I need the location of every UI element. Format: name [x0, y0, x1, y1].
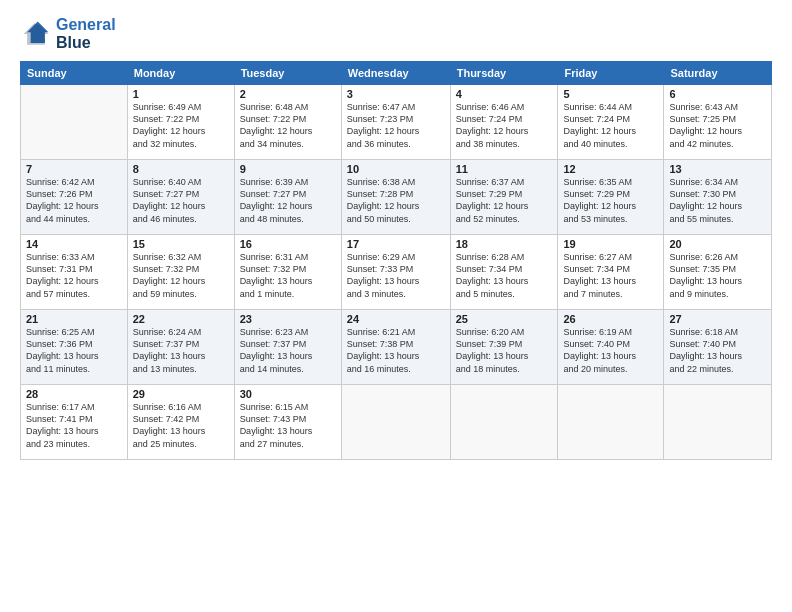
calendar-cell: 21Sunrise: 6:25 AM Sunset: 7:36 PM Dayli… [21, 310, 128, 385]
calendar-cell: 22Sunrise: 6:24 AM Sunset: 7:37 PM Dayli… [127, 310, 234, 385]
day-info: Sunrise: 6:24 AM Sunset: 7:37 PM Dayligh… [133, 326, 229, 375]
day-info: Sunrise: 6:35 AM Sunset: 7:29 PM Dayligh… [563, 176, 658, 225]
calendar-cell: 7Sunrise: 6:42 AM Sunset: 7:26 PM Daylig… [21, 160, 128, 235]
day-number: 28 [26, 388, 122, 400]
day-info: Sunrise: 6:19 AM Sunset: 7:40 PM Dayligh… [563, 326, 658, 375]
calendar-cell: 17Sunrise: 6:29 AM Sunset: 7:33 PM Dayli… [341, 235, 450, 310]
calendar-cell: 10Sunrise: 6:38 AM Sunset: 7:28 PM Dayli… [341, 160, 450, 235]
week-row-3: 14Sunrise: 6:33 AM Sunset: 7:31 PM Dayli… [21, 235, 772, 310]
day-info: Sunrise: 6:15 AM Sunset: 7:43 PM Dayligh… [240, 401, 336, 450]
day-info: Sunrise: 6:46 AM Sunset: 7:24 PM Dayligh… [456, 101, 553, 150]
calendar-cell: 29Sunrise: 6:16 AM Sunset: 7:42 PM Dayli… [127, 385, 234, 460]
calendar-cell: 5Sunrise: 6:44 AM Sunset: 7:24 PM Daylig… [558, 85, 664, 160]
calendar-cell: 23Sunrise: 6:23 AM Sunset: 7:37 PM Dayli… [234, 310, 341, 385]
day-info: Sunrise: 6:48 AM Sunset: 7:22 PM Dayligh… [240, 101, 336, 150]
day-number: 7 [26, 163, 122, 175]
day-number: 15 [133, 238, 229, 250]
day-info: Sunrise: 6:31 AM Sunset: 7:32 PM Dayligh… [240, 251, 336, 300]
column-header-tuesday: Tuesday [234, 62, 341, 85]
day-info: Sunrise: 6:25 AM Sunset: 7:36 PM Dayligh… [26, 326, 122, 375]
week-row-1: 1Sunrise: 6:49 AM Sunset: 7:22 PM Daylig… [21, 85, 772, 160]
calendar-cell: 6Sunrise: 6:43 AM Sunset: 7:25 PM Daylig… [664, 85, 772, 160]
day-number: 18 [456, 238, 553, 250]
calendar-cell: 26Sunrise: 6:19 AM Sunset: 7:40 PM Dayli… [558, 310, 664, 385]
day-info: Sunrise: 6:42 AM Sunset: 7:26 PM Dayligh… [26, 176, 122, 225]
logo-text: General Blue [56, 16, 116, 51]
week-row-2: 7Sunrise: 6:42 AM Sunset: 7:26 PM Daylig… [21, 160, 772, 235]
page: General Blue SundayMondayTuesdayWednesda… [0, 0, 792, 612]
column-header-sunday: Sunday [21, 62, 128, 85]
day-info: Sunrise: 6:38 AM Sunset: 7:28 PM Dayligh… [347, 176, 445, 225]
day-number: 8 [133, 163, 229, 175]
day-number: 11 [456, 163, 553, 175]
day-number: 6 [669, 88, 766, 100]
calendar-cell: 13Sunrise: 6:34 AM Sunset: 7:30 PM Dayli… [664, 160, 772, 235]
day-number: 20 [669, 238, 766, 250]
calendar-cell: 12Sunrise: 6:35 AM Sunset: 7:29 PM Dayli… [558, 160, 664, 235]
day-info: Sunrise: 6:17 AM Sunset: 7:41 PM Dayligh… [26, 401, 122, 450]
column-header-wednesday: Wednesday [341, 62, 450, 85]
day-number: 25 [456, 313, 553, 325]
day-number: 30 [240, 388, 336, 400]
calendar-cell: 14Sunrise: 6:33 AM Sunset: 7:31 PM Dayli… [21, 235, 128, 310]
logo-icon [20, 18, 52, 50]
day-number: 22 [133, 313, 229, 325]
calendar-cell: 15Sunrise: 6:32 AM Sunset: 7:32 PM Dayli… [127, 235, 234, 310]
calendar-cell: 24Sunrise: 6:21 AM Sunset: 7:38 PM Dayli… [341, 310, 450, 385]
day-info: Sunrise: 6:34 AM Sunset: 7:30 PM Dayligh… [669, 176, 766, 225]
day-number: 1 [133, 88, 229, 100]
day-info: Sunrise: 6:27 AM Sunset: 7:34 PM Dayligh… [563, 251, 658, 300]
day-info: Sunrise: 6:49 AM Sunset: 7:22 PM Dayligh… [133, 101, 229, 150]
day-number: 12 [563, 163, 658, 175]
day-number: 5 [563, 88, 658, 100]
day-number: 14 [26, 238, 122, 250]
day-info: Sunrise: 6:47 AM Sunset: 7:23 PM Dayligh… [347, 101, 445, 150]
day-info: Sunrise: 6:26 AM Sunset: 7:35 PM Dayligh… [669, 251, 766, 300]
column-header-friday: Friday [558, 62, 664, 85]
calendar-cell: 28Sunrise: 6:17 AM Sunset: 7:41 PM Dayli… [21, 385, 128, 460]
calendar-cell: 25Sunrise: 6:20 AM Sunset: 7:39 PM Dayli… [450, 310, 558, 385]
day-number: 24 [347, 313, 445, 325]
day-number: 3 [347, 88, 445, 100]
calendar-cell [558, 385, 664, 460]
calendar-cell: 20Sunrise: 6:26 AM Sunset: 7:35 PM Dayli… [664, 235, 772, 310]
calendar-cell [664, 385, 772, 460]
calendar-table: SundayMondayTuesdayWednesdayThursdayFrid… [20, 61, 772, 460]
calendar-cell: 3Sunrise: 6:47 AM Sunset: 7:23 PM Daylig… [341, 85, 450, 160]
column-header-saturday: Saturday [664, 62, 772, 85]
calendar-cell: 16Sunrise: 6:31 AM Sunset: 7:32 PM Dayli… [234, 235, 341, 310]
calendar-cell: 19Sunrise: 6:27 AM Sunset: 7:34 PM Dayli… [558, 235, 664, 310]
day-info: Sunrise: 6:20 AM Sunset: 7:39 PM Dayligh… [456, 326, 553, 375]
calendar-cell: 30Sunrise: 6:15 AM Sunset: 7:43 PM Dayli… [234, 385, 341, 460]
day-number: 27 [669, 313, 766, 325]
day-info: Sunrise: 6:37 AM Sunset: 7:29 PM Dayligh… [456, 176, 553, 225]
calendar-cell [341, 385, 450, 460]
calendar-cell: 9Sunrise: 6:39 AM Sunset: 7:27 PM Daylig… [234, 160, 341, 235]
week-row-4: 21Sunrise: 6:25 AM Sunset: 7:36 PM Dayli… [21, 310, 772, 385]
calendar-cell: 27Sunrise: 6:18 AM Sunset: 7:40 PM Dayli… [664, 310, 772, 385]
calendar-cell [21, 85, 128, 160]
calendar-header-row: SundayMondayTuesdayWednesdayThursdayFrid… [21, 62, 772, 85]
day-info: Sunrise: 6:28 AM Sunset: 7:34 PM Dayligh… [456, 251, 553, 300]
day-info: Sunrise: 6:21 AM Sunset: 7:38 PM Dayligh… [347, 326, 445, 375]
header: General Blue [20, 16, 772, 51]
day-info: Sunrise: 6:18 AM Sunset: 7:40 PM Dayligh… [669, 326, 766, 375]
day-number: 9 [240, 163, 336, 175]
day-number: 21 [26, 313, 122, 325]
calendar-cell: 2Sunrise: 6:48 AM Sunset: 7:22 PM Daylig… [234, 85, 341, 160]
day-info: Sunrise: 6:39 AM Sunset: 7:27 PM Dayligh… [240, 176, 336, 225]
day-info: Sunrise: 6:16 AM Sunset: 7:42 PM Dayligh… [133, 401, 229, 450]
day-number: 17 [347, 238, 445, 250]
day-number: 19 [563, 238, 658, 250]
week-row-5: 28Sunrise: 6:17 AM Sunset: 7:41 PM Dayli… [21, 385, 772, 460]
calendar-cell: 4Sunrise: 6:46 AM Sunset: 7:24 PM Daylig… [450, 85, 558, 160]
day-number: 29 [133, 388, 229, 400]
calendar-cell [450, 385, 558, 460]
calendar-cell: 1Sunrise: 6:49 AM Sunset: 7:22 PM Daylig… [127, 85, 234, 160]
day-number: 26 [563, 313, 658, 325]
day-info: Sunrise: 6:40 AM Sunset: 7:27 PM Dayligh… [133, 176, 229, 225]
day-info: Sunrise: 6:33 AM Sunset: 7:31 PM Dayligh… [26, 251, 122, 300]
column-header-thursday: Thursday [450, 62, 558, 85]
day-info: Sunrise: 6:44 AM Sunset: 7:24 PM Dayligh… [563, 101, 658, 150]
day-info: Sunrise: 6:32 AM Sunset: 7:32 PM Dayligh… [133, 251, 229, 300]
